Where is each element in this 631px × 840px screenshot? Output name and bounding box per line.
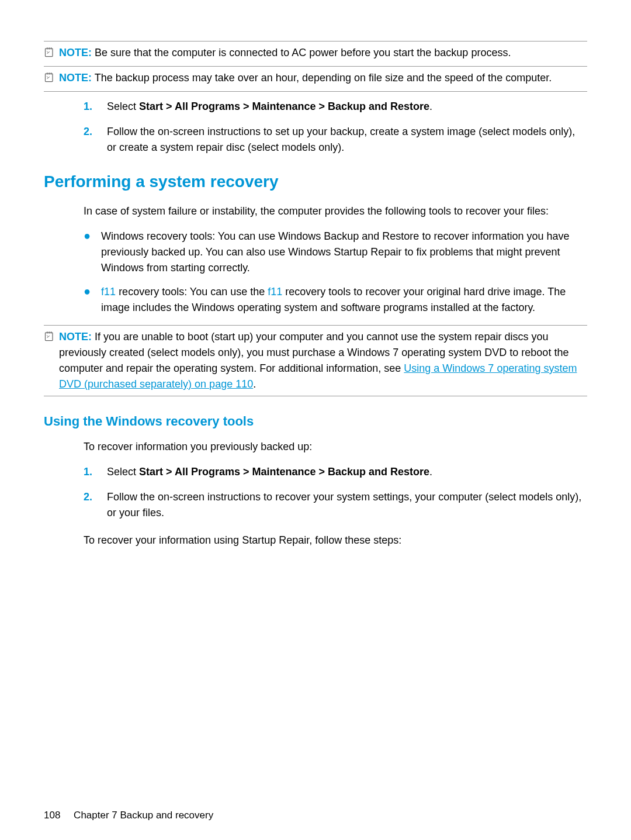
- bullet-icon: ●: [84, 229, 91, 276]
- note-icon: [44, 71, 56, 88]
- note-boot-failure: NOTE: If you are unable to boot (start u…: [44, 325, 587, 396]
- steps-recover: 1. Select Start > All Programs > Mainten…: [44, 464, 587, 521]
- note-text: Be sure that the computer is connected t…: [95, 47, 511, 58]
- heading-performing-recovery: Performing a system recovery: [44, 170, 587, 194]
- list-item: 2. Follow the on-screen instructions to …: [44, 489, 587, 521]
- step-number: 1.: [84, 99, 96, 115]
- step-number: 2.: [84, 124, 96, 155]
- bullet-text: f11 recovery tools: You can use the f11 …: [101, 284, 587, 316]
- para-intro: In case of system failure or instability…: [84, 203, 587, 219]
- note-icon: [44, 330, 56, 347]
- recovery-tools-list: ● Windows recovery tools: You can use Wi…: [84, 229, 587, 316]
- step-text: Follow the on-screen instructions to rec…: [107, 489, 587, 521]
- note-content: NOTE: If you are unable to boot (start u…: [59, 329, 587, 392]
- page-number: 108: [44, 810, 60, 821]
- step-number: 2.: [84, 489, 96, 521]
- step-text: Select Start > All Programs > Maintenanc…: [107, 99, 587, 115]
- svg-rect-0: [46, 49, 53, 56]
- list-item: 1. Select Start > All Programs > Mainten…: [44, 464, 587, 480]
- list-item: 2. Follow the on-screen instructions to …: [44, 124, 587, 155]
- step-number: 1.: [84, 464, 96, 480]
- note-label: NOTE:: [59, 47, 92, 58]
- list-item: 1. Select Start > All Programs > Mainten…: [44, 99, 587, 115]
- para-startup-repair: To recover your information using Startu…: [84, 533, 587, 548]
- note-content: NOTE: The backup process may take over a…: [59, 70, 587, 86]
- note-backup-time: NOTE: The backup process may take over a…: [44, 70, 587, 88]
- svg-rect-1: [46, 74, 53, 81]
- note-content: NOTE: Be sure that the computer is conne…: [59, 45, 587, 61]
- list-item: ● Windows recovery tools: You can use Wi…: [84, 229, 587, 276]
- chapter-label: Chapter 7 Backup and recovery: [74, 810, 213, 821]
- note-icon: [44, 46, 56, 63]
- step-text: Follow the on-screen instructions to set…: [107, 124, 587, 155]
- page-footer: 108 Chapter 7 Backup and recovery: [44, 808, 224, 823]
- steps-backup: 1. Select Start > All Programs > Mainten…: [44, 99, 587, 155]
- key-label: f11: [268, 286, 282, 298]
- note-group: NOTE: Be sure that the computer is conne…: [44, 41, 587, 92]
- para-recover-backed-up: To recover information you previously ba…: [84, 439, 587, 455]
- key-label: f11: [101, 286, 116, 298]
- note-text: The backup process may take over an hour…: [95, 72, 552, 84]
- note-label: NOTE:: [59, 331, 92, 343]
- bullet-icon: ●: [84, 284, 91, 316]
- svg-rect-2: [46, 333, 53, 340]
- bullet-text: Windows recovery tools: You can use Wind…: [101, 229, 587, 276]
- heading-windows-recovery-tools: Using the Windows recovery tools: [44, 412, 587, 431]
- step-text: Select Start > All Programs > Maintenanc…: [107, 464, 587, 480]
- note-ac-power: NOTE: Be sure that the computer is conne…: [44, 45, 587, 67]
- list-item: ● f11 recovery tools: You can use the f1…: [84, 284, 587, 316]
- note-label: NOTE:: [59, 72, 92, 84]
